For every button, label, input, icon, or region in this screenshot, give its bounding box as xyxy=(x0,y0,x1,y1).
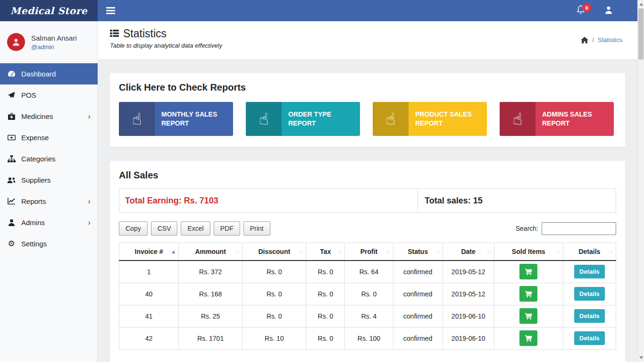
sitemap-icon xyxy=(7,155,16,162)
vertical-scrollbar[interactable] xyxy=(637,0,644,362)
details-button[interactable]: Details xyxy=(574,331,605,345)
column-header-sold-items[interactable]: Sold Items↑↓ xyxy=(494,243,563,261)
sort-icon[interactable]: ↑↓ xyxy=(487,249,491,254)
hand-pointer-icon: ☝ xyxy=(500,102,535,136)
user-menu-button[interactable] xyxy=(604,6,613,16)
sort-icon[interactable]: ↑↓ xyxy=(235,249,239,254)
tachometer-icon xyxy=(7,70,16,77)
sidebar-item-label: Dashboard xyxy=(21,70,56,78)
print-button[interactable]: Print xyxy=(243,221,270,236)
page-header: Statistics Table to display analytical d… xyxy=(98,21,637,59)
sidebar-item-medicines[interactable]: Medicines › xyxy=(0,106,98,127)
sort-icon[interactable]: ↑↓ xyxy=(435,249,440,254)
details-button[interactable]: Details xyxy=(574,309,605,323)
sidebar-item-categories[interactable]: Categories xyxy=(0,148,98,169)
navbar-right: 0 xyxy=(576,5,637,17)
tax-cell: Rs. 0 xyxy=(306,327,345,349)
all-sales-title: All Sales xyxy=(119,170,616,181)
sort-icon[interactable]: ↑↓ xyxy=(556,249,560,254)
sidebar-item-label: Reports xyxy=(21,197,46,205)
reports-card: Click Here to Check Reports ☝ MONTHLY SA… xyxy=(110,73,625,147)
breadcrumb-current[interactable]: Statistics xyxy=(598,36,622,43)
sort-icon[interactable]: ↑↓ xyxy=(299,249,303,254)
reports-card-title: Click Here to Check Reports xyxy=(119,82,616,93)
order-type-report-button[interactable]: ☝ ORDER TYPE REPORT xyxy=(246,102,360,136)
csv-button[interactable]: CSV xyxy=(151,221,178,236)
excel-button[interactable]: Excel xyxy=(181,221,210,236)
amount-cell: Rs. 1701 xyxy=(179,327,243,349)
cart-icon xyxy=(525,291,532,297)
sold-items-button[interactable] xyxy=(519,264,537,279)
sidebar-item-pos[interactable]: POS xyxy=(0,84,98,106)
product-sales-report-button[interactable]: ☝ PRODUCT SALES REPORT xyxy=(373,102,487,136)
table-toolbar: Copy CSV Excel PDF Print Search: xyxy=(119,221,616,236)
discount-cell: Rs. 0 xyxy=(243,261,306,283)
invoice-cell: 1 xyxy=(119,261,179,283)
notifications-button[interactable]: 0 xyxy=(576,5,585,17)
users-icon xyxy=(7,177,16,184)
details-button[interactable]: Details xyxy=(574,287,605,301)
details-cell: Details xyxy=(563,327,616,349)
column-header-amount[interactable]: Ammount↑↓ xyxy=(179,243,243,261)
avatar[interactable] xyxy=(7,33,25,51)
sold-items-button[interactable] xyxy=(519,286,537,302)
status-cell: confirmed xyxy=(393,283,443,305)
details-cell: Details xyxy=(563,283,616,305)
scroll-down-arrow-icon[interactable] xyxy=(639,356,643,359)
tax-cell: Rs. 0 xyxy=(306,261,345,283)
sidebar-item-suppliers[interactable]: Suppliers xyxy=(0,169,98,191)
sidebar-item-expense[interactable]: Expense xyxy=(0,127,98,148)
column-header-discount[interactable]: Disscount↑↓ xyxy=(243,243,306,261)
column-header-profit[interactable]: Profit↑↓ xyxy=(345,243,393,261)
admins-sales-report-button[interactable]: ☝ ADMINS SALES REPORT xyxy=(500,102,614,136)
sort-icon[interactable]: ↑▲ xyxy=(169,249,176,254)
column-header-status[interactable]: Status↑↓ xyxy=(393,243,443,261)
sold-items-button[interactable] xyxy=(519,330,537,346)
details-cell: Details xyxy=(563,305,616,327)
sidebar-item-dashboard[interactable]: Dashboard xyxy=(0,63,98,84)
search-input[interactable] xyxy=(542,222,616,235)
tax-cell: Rs. 0 xyxy=(306,305,345,327)
total-earning: Total Earning: Rs. 7103 xyxy=(119,189,418,212)
table-header-row: Invoice #↑▲ Ammount↑↓ Disscount↑↓ Tax↑↓ … xyxy=(119,243,616,261)
invoice-cell: 42 xyxy=(119,327,179,349)
gear-icon: ⚙ xyxy=(7,239,16,249)
column-header-date[interactable]: Date↑↓ xyxy=(443,243,494,261)
details-button[interactable]: Details xyxy=(574,265,605,278)
home-icon[interactable] xyxy=(581,37,588,43)
pdf-button[interactable]: PDF xyxy=(214,221,240,236)
total-sales: Total sales: 15 xyxy=(418,189,616,212)
sidebar-item-admins[interactable]: Admins › xyxy=(0,212,98,233)
sold-items-button[interactable] xyxy=(519,308,537,324)
brand-logo[interactable]: Medical Store xyxy=(0,0,98,21)
medkit-icon xyxy=(7,113,16,120)
scrollbar-thumb[interactable] xyxy=(638,8,644,59)
column-header-tax[interactable]: Tax↑↓ xyxy=(306,243,345,261)
date-cell: 2019-06-10 xyxy=(443,305,494,327)
profit-cell: Rs. 0 xyxy=(345,283,393,305)
monthly-sales-report-button[interactable]: ☝ MONTHLY SALES REPORT xyxy=(119,102,233,136)
profile-handle[interactable]: @admin xyxy=(31,43,77,51)
sidebar-item-reports[interactable]: Reports › xyxy=(0,191,98,212)
main-content: Statistics Table to display analytical d… xyxy=(98,21,637,362)
hamburger-menu-icon[interactable] xyxy=(104,4,117,17)
hand-pointer-icon: ☝ xyxy=(246,102,282,136)
cart-icon xyxy=(525,313,532,320)
invoice-cell: 41 xyxy=(119,305,179,327)
copy-button[interactable]: Copy xyxy=(119,221,148,236)
sidebar: Salman Ansari @admin Dashboard POS xyxy=(0,21,98,362)
sidebar-item-label: Expense xyxy=(21,134,49,142)
sort-icon[interactable]: ↑↓ xyxy=(337,249,342,254)
column-header-details[interactable]: Details↑↓ xyxy=(563,243,616,261)
sort-icon[interactable]: ↑↓ xyxy=(609,249,613,254)
sidebar-item-label: POS xyxy=(21,91,36,99)
sort-icon[interactable]: ↑↓ xyxy=(386,249,390,254)
sidebar-nav: Dashboard POS Medicines › Expense xyxy=(0,63,98,254)
user-icon xyxy=(604,6,613,16)
sidebar-item-settings[interactable]: ⚙ Settings xyxy=(0,233,98,254)
paper-plane-icon xyxy=(7,92,16,99)
table-row: 1 Rs. 372 Rs. 0 Rs. 0 Rs. 64 confirmed 2… xyxy=(119,261,616,283)
column-header-invoice[interactable]: Invoice #↑▲ xyxy=(119,243,179,261)
scroll-up-arrow-icon[interactable] xyxy=(639,3,643,6)
sold-items-cell xyxy=(494,305,563,327)
